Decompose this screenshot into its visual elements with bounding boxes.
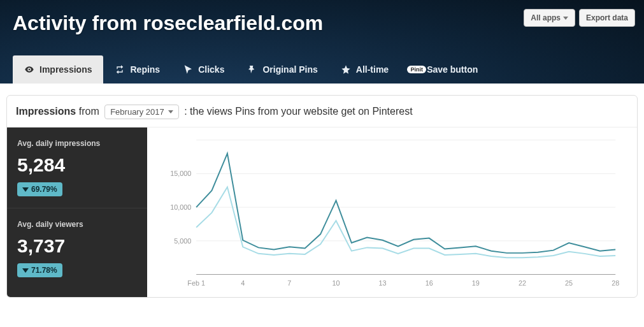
arrow-down-icon (22, 187, 29, 192)
svg-text:19: 19 (472, 279, 480, 287)
svg-text:28: 28 (612, 279, 619, 287)
tab-all-time[interactable]: All-time (329, 55, 400, 84)
svg-text:22: 22 (519, 279, 526, 287)
chevron-down-icon (563, 17, 568, 20)
card-title-rest: : the views Pins from your website get o… (184, 106, 412, 117)
svg-text:15,000: 15,000 (170, 170, 191, 177)
tab-label: Impressions (39, 64, 92, 75)
tab-save-button[interactable]: PinitSave button (400, 55, 489, 84)
pinit-badge-icon: Pinit (411, 64, 422, 75)
stat-block: Avg. daily impressions5,28469.79% (7, 127, 147, 208)
stat-label: Avg. daily impressions (17, 139, 137, 148)
stat-label: Avg. daily viewers (17, 220, 137, 229)
delta-value: 69.79% (31, 185, 57, 194)
chevron-down-icon (168, 110, 173, 113)
card-title-from: from (79, 106, 99, 117)
svg-text:10,000: 10,000 (170, 203, 191, 211)
tab-label: Original Pins (262, 64, 317, 75)
export-data-button[interactable]: Export data (579, 9, 635, 27)
cursor-icon (183, 64, 193, 75)
arrow-down-icon (22, 268, 29, 273)
tab-label: Save button (427, 64, 478, 75)
svg-text:25: 25 (565, 279, 573, 287)
tab-impressions[interactable]: Impressions (13, 55, 103, 84)
export-data-label: Export data (586, 13, 628, 22)
tab-label: Clicks (198, 64, 224, 75)
svg-text:10: 10 (332, 279, 340, 287)
svg-text:5,000: 5,000 (174, 237, 191, 245)
period-label: February 2017 (110, 107, 164, 117)
line-chart: 5,00010,00015,000Feb 14710131619222528 (160, 134, 624, 293)
svg-text:13: 13 (379, 279, 387, 287)
tab-label: Repins (130, 64, 160, 75)
tab-clicks[interactable]: Clicks (171, 55, 236, 84)
repin-icon (115, 64, 125, 75)
stat-value: 5,284 (17, 154, 137, 176)
all-apps-label: All apps (531, 13, 561, 22)
all-apps-dropdown[interactable]: All apps (524, 9, 575, 27)
star-icon (341, 64, 351, 75)
tab-repins[interactable]: Repins (103, 55, 171, 84)
svg-text:16: 16 (426, 279, 433, 287)
period-select[interactable]: February 2017 (104, 105, 179, 119)
stat-value: 3,737 (17, 235, 137, 257)
svg-text:4: 4 (241, 279, 245, 287)
eye-icon (24, 64, 34, 75)
pin-icon (247, 64, 257, 75)
tab-original-pins[interactable]: Original Pins (236, 55, 329, 84)
card-header: Impressions from February 2017 : the vie… (7, 96, 637, 127)
impressions-card: Impressions from February 2017 : the vie… (6, 95, 638, 298)
stat-block: Avg. daily viewers3,73771.78% (7, 208, 147, 289)
delta-badge: 71.78% (17, 263, 62, 277)
metric-tabs: ImpressionsRepinsClicksOriginal PinsAll-… (13, 55, 489, 84)
svg-text:Feb 1: Feb 1 (187, 279, 205, 287)
svg-text:7: 7 (287, 279, 291, 287)
delta-badge: 69.79% (17, 182, 62, 196)
tab-label: All-time (356, 64, 389, 75)
chart-area: 5,00010,00015,000Feb 14710131619222528 (147, 127, 637, 297)
delta-value: 71.78% (31, 266, 57, 275)
stats-panel: Avg. daily impressions5,28469.79%Avg. da… (7, 127, 147, 297)
card-title-strong: Impressions (16, 106, 76, 117)
